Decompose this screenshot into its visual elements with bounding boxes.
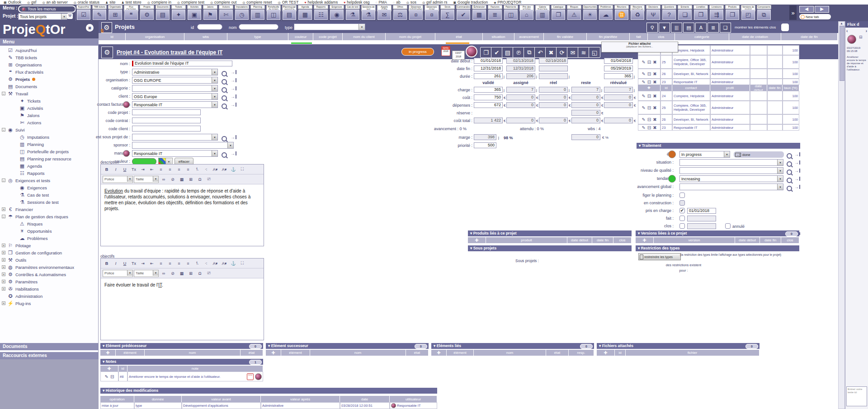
predecessor-column-état[interactable]: état — [241, 350, 263, 356]
sidebar-collapse-button[interactable]: ◙ — [86, 24, 94, 32]
toolbar-icon-rapports[interactable]: Rapports☷ — [313, 5, 329, 21]
editor-button[interactable]: Ω — [196, 269, 204, 277]
column-header-code-projet[interactable]: code projet — [313, 33, 343, 40]
sidebar-item-cas-de-test[interactable]: ⚗Cas de test — [0, 191, 112, 198]
jump-to-icon[interactable]: → — [231, 86, 236, 90]
column-header-wbs[interactable]: wbs — [184, 33, 227, 40]
sidebar-item-param-tres[interactable]: +⚙Paramètres — [0, 278, 100, 285]
save-icon[interactable]: ✔ — [491, 47, 503, 58]
checkbox-figer-le-planning-[interactable] — [679, 193, 685, 198]
chevron-down-icon[interactable]: ▼ — [777, 184, 783, 190]
editor-font-select[interactable]: Police▼ — [103, 176, 133, 183]
search-icon[interactable] — [787, 152, 792, 160]
vertical-scrollbar[interactable]: ▲ — [838, 21, 845, 409]
toolbar-icon-livraisons[interactable]: Livraisons⇶ — [708, 5, 724, 21]
search-icon[interactable] — [222, 70, 225, 74]
undo-icon[interactable]: ↶ — [534, 47, 546, 58]
editor-button[interactable]: I — [112, 165, 120, 173]
toolbar-icon-entrants[interactable]: Entrants❏ — [677, 5, 693, 21]
search-icon[interactable] — [222, 78, 225, 82]
toolbar-icon-r-unions-p-riodiques[interactable]: Réunions périodiques♻ — [629, 5, 645, 21]
search-icon[interactable] — [222, 103, 225, 106]
external-shortcuts-header[interactable]: Raccourcis externes — [0, 352, 99, 359]
chevron-down-icon[interactable]: ▼ — [212, 77, 217, 83]
editor-button[interactable]: U — [121, 165, 129, 173]
jump-to-icon[interactable]: → — [231, 94, 236, 99]
toolbar-icon-opportunit-s[interactable]: Opportunités☀ — [582, 5, 598, 21]
unlink-icon[interactable]: ✖ — [653, 125, 656, 130]
toolbar-icon-aujourd-hui[interactable]: Aujourd'hui☑ — [75, 5, 91, 21]
tree-expander-icon[interactable]: + — [2, 207, 5, 211]
edit-icon[interactable]: ✎ — [642, 125, 645, 130]
metrics-coûttotal-validé[interactable]: 1 422 — [474, 118, 503, 123]
toolbar-icon-offres[interactable]: Offres⚖ — [392, 5, 408, 21]
sidebar-item-opportunit-s[interactable]: ☀Opportunités — [0, 227, 112, 235]
toolbar-icon-tbb-tickets[interactable]: TBB tickets✎ — [91, 5, 107, 21]
traitement-select-tendance[interactable]: Increasing▼ — [679, 175, 783, 182]
bookmark-item[interactable]: ◎an ab server — [42, 0, 67, 5]
tree-expander-icon[interactable]: + — [2, 251, 5, 254]
editor-button[interactable]: Tx — [130, 165, 138, 173]
toolbar-icon-cas-de-test[interactable]: Cas de test⚗ — [344, 5, 360, 21]
editor-button[interactable]: A▾ — [211, 259, 219, 267]
chevron-down-icon[interactable]: ▼ — [777, 168, 783, 174]
toolbar-icon-galerie-financi-re[interactable]: Galerie financière▥ — [534, 5, 550, 21]
chevron-down-icon[interactable]: ▼ — [212, 134, 217, 140]
linked-versions-panel-header[interactable]: ▾ Versions liées à ce projet0 — [636, 230, 799, 236]
print-icon[interactable]: ▤ — [502, 47, 514, 58]
column-header--tat[interactable]: état — [435, 33, 483, 40]
pdf-icon[interactable]: A — [695, 23, 707, 33]
nav-back-icon[interactable]: ◀ — [799, 6, 814, 13]
jump-to-icon[interactable]: → — [794, 169, 800, 173]
marge-cost-field[interactable]: 0 — [571, 134, 600, 140]
metrics-coût-réel[interactable]: 0 — [539, 94, 568, 100]
linked-elements-column-élément[interactable]: élément — [447, 350, 474, 356]
predecessor-column-élément[interactable]: élément — [116, 350, 145, 356]
metrics-datedébut-validé[interactable]: 01/01/2018 — [474, 58, 503, 64]
editor-button[interactable]: ≡ — [184, 259, 192, 267]
bookmark-item[interactable]: ♟test store — [122, 0, 142, 5]
unlink-icon[interactable]: ✖ — [653, 117, 656, 122]
editor-button[interactable]: ⊞ — [187, 269, 195, 277]
history-column-valeur-avant[interactable]: valeur avant — [182, 396, 261, 402]
chevron-down-icon[interactable]: ▼ — [212, 150, 217, 156]
linked-versions-column-date-début[interactable]: date début — [735, 237, 760, 243]
field-catégorie-select[interactable]: ▼ — [132, 85, 218, 92]
column-header-couleur[interactable]: couleur — [288, 33, 313, 40]
linked-products-add-button[interactable]: ✚ — [468, 237, 486, 243]
attached-files-column-id[interactable]: id — [615, 350, 626, 356]
metrics-coûttotal-reste[interactable]: 0 — [571, 118, 600, 123]
attached-files-add-button[interactable]: ✚ — [597, 350, 615, 356]
flux-prev-icon[interactable]: ‹ — [846, 28, 848, 33]
successor-column-nom[interactable]: nom — [310, 350, 406, 356]
sidebar-item-tbb-tickets[interactable]: ✎TBB tickets — [0, 54, 100, 61]
toolbar-icon-commandes[interactable]: Commandes✔ — [455, 5, 471, 21]
editor-button[interactable]: B — [103, 259, 111, 267]
notes-panel-header[interactable]: ▾ Notes1 — [100, 359, 263, 365]
edit-icon[interactable]: ✎ — [642, 105, 645, 110]
toolbar-icon-organisatio[interactable]: Organisatio⊞ — [107, 5, 123, 21]
columns-icon[interactable]: ||| — [671, 23, 682, 33]
predecessor-column-nom[interactable]: nom — [145, 350, 241, 356]
history-column-utilisateur[interactable]: utilisateur — [390, 396, 437, 402]
chevron-down-icon[interactable]: ▼ — [227, 142, 233, 148]
sidebar-item-exigences-et-tests[interactable]: -◎Exigences et tests — [0, 177, 100, 184]
toolbar-icon-r-unions[interactable]: Réunions♊ — [613, 5, 629, 21]
sidebar-item-habilitations[interactable]: +✇Habilitations — [0, 285, 100, 292]
toolbar-icon-planning-par-ressource[interactable]: Planning par ressource▤ — [281, 5, 297, 21]
team-column-contact[interactable]: contact — [672, 85, 710, 91]
toolbar-overflow-chevron[interactable]: » — [789, 5, 797, 20]
editor-size-select[interactable]: Taille▼ — [134, 270, 159, 277]
linked-elements-column-nom[interactable]: nom — [474, 350, 546, 356]
editor-button[interactable]: ⇥ — [139, 259, 147, 267]
linked-products-column-date-début[interactable]: date début — [567, 237, 592, 243]
tree-expander-icon[interactable]: - — [2, 179, 5, 182]
edit-icon[interactable]: ✎ — [642, 94, 645, 99]
metrics-datedébut-réel[interactable]: 02/19/2018 — [539, 58, 568, 64]
project-select[interactable]: Tous les projets ▼ — [18, 13, 67, 20]
edit-icon[interactable]: ✎ — [642, 117, 645, 122]
editor-button[interactable]: ⚓ — [229, 259, 237, 267]
sidebar-item-probl-mes[interactable]: ☁Problèmes — [0, 235, 112, 242]
trash-icon[interactable]: ⊟ — [647, 125, 651, 130]
toolbar-icon-factures[interactable]: Factures≣ — [487, 5, 503, 21]
